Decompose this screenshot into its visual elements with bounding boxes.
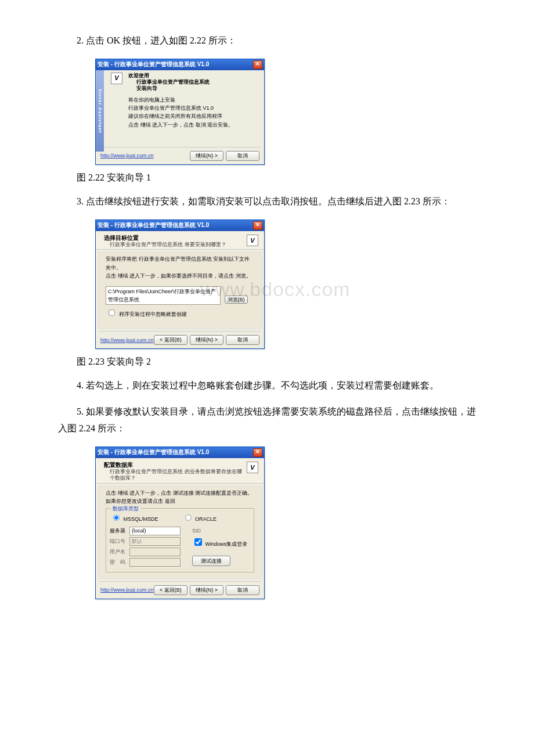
- info-line: 点击 继续 进入下一步，如果你要选择不同目录，请点击 浏览。: [106, 272, 254, 280]
- install-wizard-dialog-2: 安装 - 行政事业单位资产管理信息系统 V1.0 ✕ 选择目标位置 行政事业单位…: [95, 219, 265, 350]
- install-path-input[interactable]: C:\Program Files\JoinCheer\行政事业单位资产管理信息系…: [106, 286, 221, 305]
- paragraph-3: 3. 点击继续按钮进行安装，如需取消安装可以点击取消按钮。点击继续后进入图 2.…: [58, 193, 476, 210]
- info-line: 建议你在继续之前关闭所有其他应用程序: [128, 112, 256, 120]
- close-icon[interactable]: ✕: [253, 221, 262, 230]
- installer-logo-icon: V: [247, 235, 258, 246]
- next-button[interactable]: 继续(N) >: [190, 335, 223, 345]
- port-label: 端口号: [110, 537, 126, 545]
- vendor-link[interactable]: http://www.jiuqi.com.cn: [100, 587, 154, 593]
- paragraph-2: 2. 点击 OK 按钮，进入如图 2.22 所示：: [58, 33, 476, 49]
- window-title: 安装 - 行政事业单位资产管理信息系统 V1.0: [98, 221, 209, 229]
- info-line: 行政事业单位资产管理信息系统 V1.0: [128, 104, 256, 112]
- titlebar[interactable]: 安装 - 行政事业单位资产管理信息系统 V1.0 ✕: [96, 220, 264, 231]
- vendor-link[interactable]: http://www.jiuqi.com.cn: [100, 337, 154, 343]
- window-title: 安装 - 行政事业单位资产管理信息系统 V1.0: [98, 448, 209, 456]
- db-type-legend: 数据库类型: [111, 505, 140, 513]
- close-icon[interactable]: ✕: [253, 60, 262, 69]
- windows-auth-label: Windows集成登录: [205, 541, 248, 547]
- cancel-button[interactable]: 取消: [226, 335, 259, 345]
- radio-mssql-input[interactable]: [113, 514, 119, 520]
- port-input[interactable]: 默认: [129, 537, 181, 546]
- windows-auth-checkbox[interactable]: Windows集成登录: [192, 537, 247, 548]
- installer-logo-icon: V: [247, 462, 258, 473]
- radio-mssql-label: MSSQL/MSDE: [124, 516, 158, 522]
- user-label: 用户名: [110, 548, 126, 556]
- back-button[interactable]: < 返回(B): [154, 335, 187, 345]
- paragraph-4: 4. 若勾选上，则在安装过程中忽略账套创建步骤。不勾选此项，安装过程需要创建账套…: [58, 377, 476, 394]
- radio-oracle-input[interactable]: [185, 514, 191, 520]
- step-heading: 选择目标位置: [104, 235, 247, 242]
- pwd-input[interactable]: [129, 558, 181, 567]
- install-wizard-dialog-3: 安装 - 行政事业单位资产管理信息系统 V1.0 ✕ 配置数据库 行政事业单位资…: [95, 447, 265, 599]
- sid-label: SID: [192, 527, 208, 535]
- vendor-link[interactable]: http://www.jiuqi.com.cn: [100, 153, 154, 159]
- radio-oracle-label: ORACLE: [195, 516, 217, 522]
- install-wizard-dialog-1: 安装 - 行政事业单位资产管理信息系统 V1.0 ✕ Victor Assist…: [95, 59, 265, 165]
- titlebar[interactable]: 安装 - 行政事业单位资产管理信息系统 V1.0 ✕: [96, 447, 264, 458]
- welcome-heading-3: 安装向导: [128, 85, 256, 92]
- next-button[interactable]: 继续(N) >: [190, 585, 223, 595]
- welcome-heading: 欢迎使用: [128, 73, 256, 79]
- server-input[interactable]: (local): [129, 527, 181, 535]
- info-line: 点击 继续 进入下一步，点击 测试连接 测试连接配置是否正确。: [106, 489, 254, 497]
- cancel-button[interactable]: 取消: [226, 151, 259, 161]
- skip-account-checkbox-input[interactable]: [109, 310, 114, 316]
- browse-button[interactable]: 浏览(B): [225, 296, 248, 304]
- installer-logo-icon: V: [111, 73, 122, 84]
- pwd-label: 密 码: [110, 558, 126, 566]
- paragraph-5: 5. 如果要修改默认安装目录，请点击浏览按钮选择需要安装系统的磁盘路径后，点击继…: [58, 404, 476, 437]
- info-line: 点击 继续 进入下一步，点击 取消 退出安装。: [128, 121, 256, 129]
- step-subtext: 行政事业单位资产管理信息系统 将要安装到哪里？: [104, 242, 247, 248]
- figure-caption-2-23: 图 2.23 安装向导 2: [58, 356, 476, 368]
- test-connection-button[interactable]: 测试连接: [192, 556, 230, 566]
- titlebar[interactable]: 安装 - 行政事业单位资产管理信息系统 V1.0 ✕: [96, 59, 264, 70]
- skip-account-checkbox[interactable]: 程序安装过程中忽略账套创建: [106, 311, 187, 317]
- step-heading: 配置数据库: [104, 462, 247, 469]
- user-input[interactable]: [129, 548, 181, 556]
- info-line: 安装程序将把 行政事业单位资产管理信息系统 安装到以下文件夹中。: [106, 255, 254, 272]
- next-button[interactable]: 继续(N) >: [190, 151, 223, 161]
- close-icon[interactable]: ✕: [253, 448, 262, 457]
- db-type-groupbox: 数据库类型 MSSQL/MSDE ORACLE 服务器(local) 端口号默认…: [106, 508, 254, 573]
- info-line: 将在你的电脑上安装: [128, 96, 256, 104]
- server-label: 服务器: [110, 527, 126, 535]
- cancel-button[interactable]: 取消: [226, 585, 259, 595]
- skip-account-label: 程序安装过程中忽略账套创建: [119, 311, 187, 317]
- figure-caption-2-22: 图 2.22 安装向导 1: [58, 172, 476, 184]
- step-subtext: 行政事业单位资产管理信息系统 的业务数据将要存放在哪个数据库？: [104, 469, 247, 482]
- welcome-heading-2: 行政事业单位资产管理信息系统: [128, 79, 256, 85]
- windows-auth-checkbox-input[interactable]: [194, 538, 202, 546]
- radio-oracle[interactable]: ORACLE: [182, 512, 217, 523]
- radio-mssql[interactable]: MSSQL/MSDE: [110, 512, 158, 523]
- window-title: 安装 - 行政事业单位资产管理信息系统 V1.0: [98, 60, 209, 69]
- sidebar-brand: Victor Assistant: [96, 70, 104, 152]
- back-button[interactable]: < 返回(B): [154, 585, 187, 595]
